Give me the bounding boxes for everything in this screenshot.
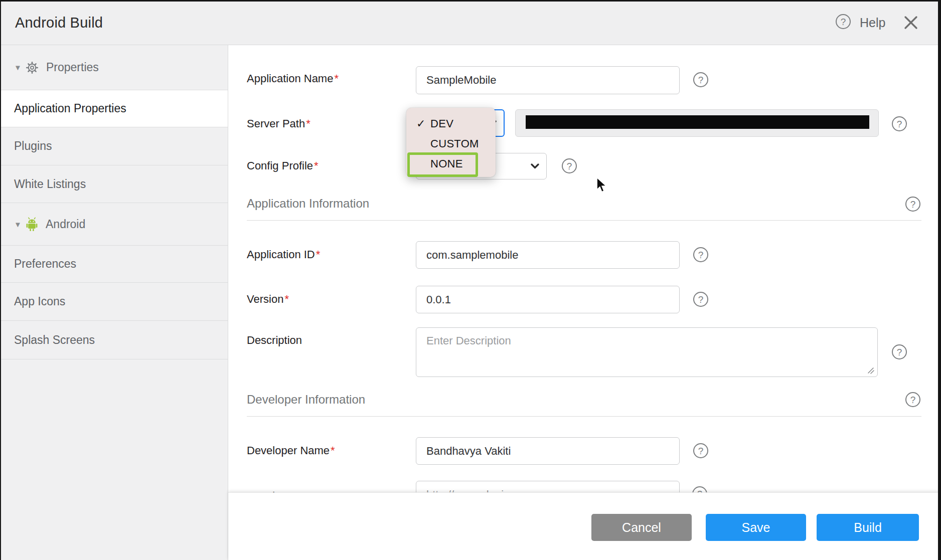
description-label: Description [247, 333, 302, 347]
chevron-expanded-icon: ▼ [14, 220, 25, 229]
server-path-input[interactable] [515, 109, 879, 137]
application-id-label: Application ID* [247, 248, 320, 262]
sidebar-group-label: Android [46, 218, 85, 231]
sidebar-group-properties[interactable]: ▼ Properties [0, 45, 228, 90]
save-button[interactable]: Save [706, 514, 806, 541]
question-circle-icon: ? [562, 158, 577, 173]
developer-information-help-button[interactable]: ? [905, 392, 920, 407]
required-asterisk: * [334, 72, 339, 85]
required-asterisk: * [284, 293, 289, 305]
server-path-help-button[interactable]: ? [892, 116, 907, 131]
sidebar-item-plugins[interactable]: Plugins [0, 127, 228, 165]
config-profile-label: Config Profile* [247, 159, 319, 173]
screen-edge [938, 0, 941, 560]
menu-option-custom[interactable]: CUSTOM [406, 134, 496, 154]
textarea-resize-handle[interactable] [865, 365, 875, 375]
sidebar-item-application-properties[interactable]: Application Properties [0, 90, 228, 127]
sidebar-group-label: Properties [46, 61, 99, 74]
close-icon [903, 15, 918, 30]
application-name-label: Application Name* [247, 72, 339, 86]
developer-name-input[interactable] [416, 437, 680, 465]
menu-option-dev[interactable]: ✓ DEV [406, 114, 496, 134]
sidebar-group-android[interactable]: ▼ Android [0, 203, 228, 246]
required-asterisk: * [331, 444, 335, 457]
config-profile-help-button[interactable]: ? [562, 158, 577, 173]
application-name-help-button[interactable]: ? [693, 72, 708, 87]
sidebar-item-app-icons[interactable]: App Icons [0, 283, 228, 321]
sidebar: ▼ Properties Application Properties Plug… [0, 45, 228, 560]
question-circle-icon: ? [905, 392, 920, 407]
question-circle-icon: ? [693, 292, 708, 307]
required-asterisk: * [314, 159, 319, 172]
required-asterisk: * [316, 248, 321, 261]
developer-name-label: Developer Name* [247, 444, 335, 458]
dialog-header: Android Build ? Help [0, 0, 941, 45]
sidebar-item-splash-screens[interactable]: Splash Screens [0, 321, 228, 359]
description-help-button[interactable]: ? [892, 344, 907, 359]
close-button[interactable] [903, 15, 918, 30]
section-divider [247, 416, 921, 417]
developer-url-help-button[interactable]: ? [692, 486, 707, 492]
question-circle-icon: ? [892, 116, 907, 131]
question-circle-icon: ? [693, 247, 708, 262]
question-circle-icon: ? [905, 197, 920, 212]
dialog-footer: Cancel Save Build [228, 492, 941, 560]
question-circle-icon: ? [693, 443, 708, 458]
checkmark-icon: ✓ [416, 117, 425, 130]
question-circle-icon: ? [693, 72, 708, 87]
version-input[interactable] [416, 286, 680, 313]
version-label: Version* [247, 292, 289, 306]
sidebar-item-white-listings[interactable]: White Listings [0, 165, 228, 203]
sidebar-item-preferences[interactable]: Preferences [0, 246, 228, 283]
android-icon [25, 217, 39, 232]
application-name-input[interactable] [416, 66, 680, 94]
question-circle-icon: ? [692, 486, 707, 492]
header-help-label[interactable]: Help [860, 14, 885, 31]
screen-edge [0, 0, 1, 560]
android-build-dialog: Android Build ? Help ▼ [0, 0, 941, 560]
required-asterisk: * [306, 117, 310, 130]
gear-icon [25, 61, 39, 75]
dialog-title: Android Build [15, 0, 103, 45]
sidebar-filler [0, 359, 228, 560]
developer-url-input[interactable] [416, 481, 680, 492]
build-button[interactable]: Build [817, 514, 919, 541]
question-circle-icon: ? [892, 344, 907, 359]
header-help-button[interactable]: ? [836, 14, 851, 29]
screen-edge [0, 0, 941, 2]
version-help-button[interactable]: ? [693, 292, 708, 307]
application-id-input[interactable] [416, 241, 680, 269]
cancel-button[interactable]: Cancel [591, 514, 692, 541]
developer-name-help-button[interactable]: ? [693, 443, 708, 458]
none-option-highlight-box [407, 152, 478, 177]
application-information-help-button[interactable]: ? [905, 197, 920, 212]
description-textarea[interactable] [416, 327, 878, 377]
chevron-expanded-icon: ▼ [14, 63, 25, 72]
chevron-down-icon [531, 162, 539, 171]
application-information-section-title: Application Information [247, 197, 369, 211]
question-circle-icon: ? [836, 14, 851, 29]
application-id-help-button[interactable]: ? [693, 247, 708, 262]
developer-information-section-title: Developer Information [247, 393, 365, 407]
server-path-label: Server Path* [247, 117, 310, 131]
form-scroll-area[interactable]: Application Name* ? Server Path* ? Confi… [228, 45, 938, 492]
section-divider [247, 220, 921, 221]
redaction-bar [526, 115, 869, 129]
